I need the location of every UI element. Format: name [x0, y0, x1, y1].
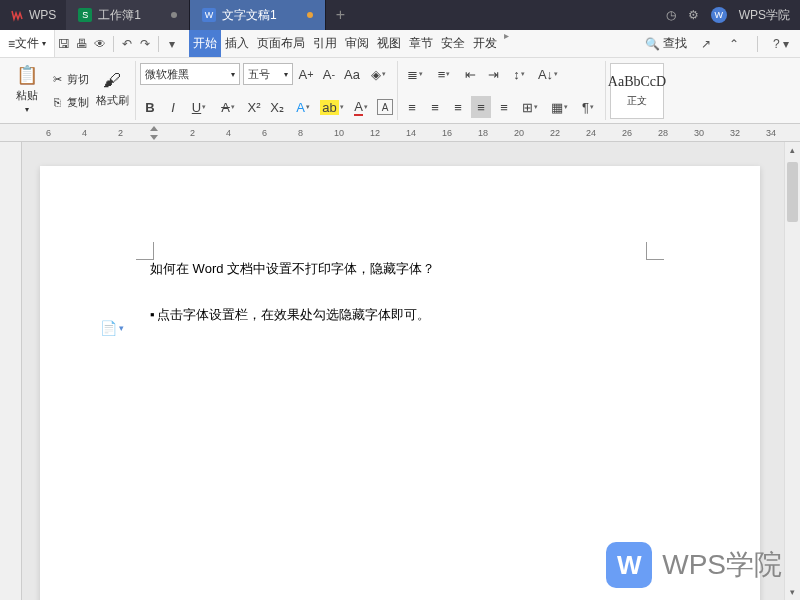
superscript-icon[interactable]: X²	[244, 96, 264, 118]
shrink-font-icon[interactable]: A-	[319, 63, 339, 85]
clipboard-icon: 📋	[16, 64, 38, 86]
document-area: 📄▾ 如何在 Word 文档中设置不打印字体，隐藏字体？ ▪点击字体设置栏，在效…	[0, 142, 800, 600]
file-menu[interactable]: ≡ 文件 ▾	[0, 30, 55, 57]
style-normal[interactable]: AaBbCcD 正文	[610, 63, 664, 119]
char-border-icon[interactable]: A	[377, 99, 393, 115]
paragraph[interactable]: 如何在 Word 文档中设置不打印字体，隐藏字体？	[150, 256, 650, 282]
text-direction-icon[interactable]: A↓▾	[535, 63, 561, 85]
svg-marker-0	[150, 126, 158, 131]
italic-icon[interactable]: I	[163, 96, 183, 118]
user-avatar[interactable]: W	[711, 7, 727, 23]
highlight-icon[interactable]: ab▾	[319, 96, 345, 118]
separator	[757, 36, 758, 52]
align-right-icon[interactable]: ≡	[448, 96, 468, 118]
app-name: WPS	[29, 8, 56, 22]
wps-logo[interactable]: WPS	[0, 0, 66, 30]
help-icon[interactable]: ? ▾	[772, 37, 790, 51]
chevron-down-icon: ▾	[25, 105, 29, 114]
document-page[interactable]: 📄▾ 如何在 Word 文档中设置不打印字体，隐藏字体？ ▪点击字体设置栏，在效…	[40, 166, 760, 600]
tab-label: 文字文稿1	[222, 7, 277, 24]
wps-logo-icon: W	[606, 542, 652, 588]
align-left-icon[interactable]: ≡	[402, 96, 422, 118]
brush-icon: 🖌	[103, 70, 121, 91]
bullet-icon: ▪	[150, 307, 155, 322]
doc-icon: W	[202, 8, 216, 22]
decrease-indent-icon[interactable]: ⇤	[460, 63, 480, 85]
align-center-icon[interactable]: ≡	[425, 96, 445, 118]
underline-icon[interactable]: U▾	[186, 96, 212, 118]
font-selector[interactable]: 微软雅黑▾	[140, 63, 240, 85]
compass-icon[interactable]: ◷	[666, 8, 676, 22]
preview-icon[interactable]: 👁	[91, 37, 109, 51]
vertical-scrollbar[interactable]: ▴ ▾	[784, 142, 800, 600]
save-icon[interactable]: 🖫	[55, 37, 73, 51]
gift-icon[interactable]: ⚙	[688, 8, 699, 22]
separator	[113, 36, 114, 52]
bold-icon[interactable]: B	[140, 96, 160, 118]
collapse-icon[interactable]: ⌃	[725, 37, 743, 51]
copy-icon: ⎘	[50, 96, 64, 108]
dropdown-icon[interactable]: ▾	[163, 37, 181, 51]
paragraph[interactable]: ▪点击字体设置栏，在效果处勾选隐藏字体即可。	[150, 302, 650, 328]
tab-references[interactable]: 引用	[309, 30, 341, 57]
font-color-icon[interactable]: A▾	[348, 96, 374, 118]
paragraph-handle-icon[interactable]: 📄▾	[100, 320, 124, 336]
redo-icon[interactable]: ↷	[136, 37, 154, 51]
titlebar: WPS S 工作簿1 W 文字文稿1 + ◷ ⚙ W WPS学院	[0, 0, 800, 30]
tab-security[interactable]: 安全	[437, 30, 469, 57]
ribbon: 📋 粘贴 ▾ ✂剪切 ⎘复制 🖌 格式刷 微软雅黑▾ 五号▾ A+ A- Aa …	[0, 58, 800, 124]
scroll-thumb[interactable]	[787, 162, 798, 222]
svg-marker-1	[150, 135, 158, 140]
tab-home[interactable]: 开始	[189, 30, 221, 57]
grow-font-icon[interactable]: A+	[296, 63, 316, 85]
vertical-ruler[interactable]	[0, 142, 22, 600]
margin-corner	[646, 242, 664, 260]
share-icon[interactable]: ↗	[697, 37, 715, 51]
cut-button[interactable]: ✂剪切	[46, 70, 93, 89]
bullets-icon[interactable]: ≣▾	[402, 63, 428, 85]
indent-marker[interactable]	[148, 124, 160, 142]
tab-dev[interactable]: 开发	[469, 30, 501, 57]
clear-format-icon[interactable]: ◈▾	[365, 63, 391, 85]
align-justify-icon[interactable]: ≡	[471, 96, 491, 118]
shading-icon[interactable]: ▦▾	[546, 96, 572, 118]
tab-review[interactable]: 审阅	[341, 30, 373, 57]
change-case-icon[interactable]: Aa	[342, 63, 362, 85]
margin-corner	[136, 242, 154, 260]
undo-icon[interactable]: ↶	[118, 37, 136, 51]
academy-link[interactable]: WPS学院	[739, 7, 790, 24]
subscript-icon[interactable]: X₂	[267, 96, 287, 118]
borders-icon[interactable]: ⊞▾	[517, 96, 543, 118]
tab-layout[interactable]: 页面布局	[253, 30, 309, 57]
increase-indent-icon[interactable]: ⇥	[483, 63, 503, 85]
separator	[158, 36, 159, 52]
tab-document-active[interactable]: W 文字文稿1	[190, 0, 326, 30]
print-icon[interactable]: 🖶	[73, 37, 91, 51]
watermark-text: WPS学院	[662, 546, 782, 584]
ribbon-tabs: 开始 插入 页面布局 引用 审阅 视图 章节 安全 开发 ▸	[189, 30, 512, 57]
scroll-up-icon[interactable]: ▴	[785, 142, 800, 158]
strikethrough-icon[interactable]: A▾	[215, 96, 241, 118]
tab-view[interactable]: 视图	[373, 30, 405, 57]
distribute-icon[interactable]: ≡	[494, 96, 514, 118]
copy-button[interactable]: ⎘复制	[46, 93, 93, 112]
search-button[interactable]: 🔍 查找	[645, 35, 687, 52]
tab-insert[interactable]: 插入	[221, 30, 253, 57]
tab-modified-dot	[307, 12, 313, 18]
tab-workbook[interactable]: S 工作簿1	[66, 0, 190, 30]
paste-button[interactable]: 📋 粘贴 ▾	[8, 61, 46, 117]
tabs-more-icon[interactable]: ▸	[501, 30, 512, 57]
tab-section[interactable]: 章节	[405, 30, 437, 57]
format-painter-button[interactable]: 🖌 格式刷	[93, 61, 131, 117]
para-marks-icon[interactable]: ¶▾	[575, 96, 601, 118]
scissors-icon: ✂	[50, 73, 64, 86]
scroll-down-icon[interactable]: ▾	[785, 584, 800, 600]
menubar: ≡ 文件 ▾ 🖫 🖶 👁 ↶ ↷ ▾ 开始 插入 页面布局 引用 审阅 视图 章…	[0, 30, 800, 58]
text-effect-icon[interactable]: A▾	[290, 96, 316, 118]
horizontal-ruler[interactable]: 6 4 2 2 4 6 8 10 12 14 16 18 20 22 24 26…	[0, 124, 800, 142]
numbering-icon[interactable]: ≡▾	[431, 63, 457, 85]
watermark: W WPS学院	[606, 542, 782, 588]
size-selector[interactable]: 五号▾	[243, 63, 293, 85]
new-tab-button[interactable]: +	[326, 6, 355, 24]
line-spacing-icon[interactable]: ↕▾	[506, 63, 532, 85]
